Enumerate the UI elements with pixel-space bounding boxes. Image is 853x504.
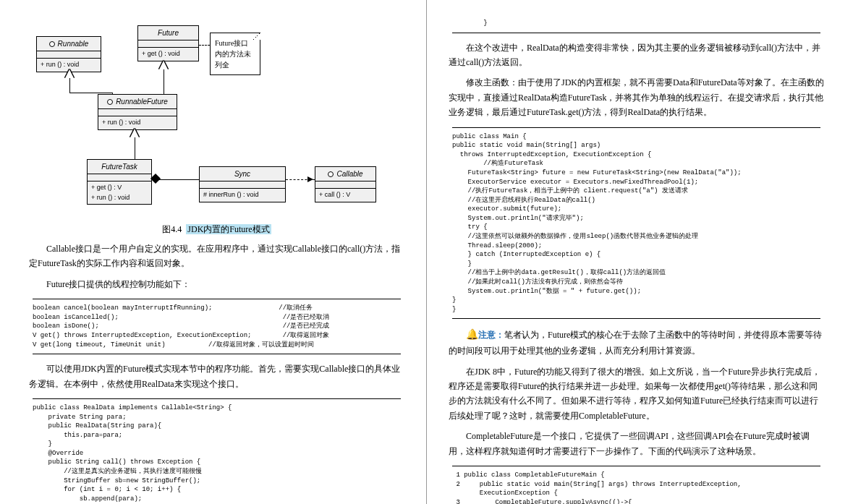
para-main: 修改主函数：由于使用了JDK的内置框架，就不再需要Data和FutureData… — [449, 75, 824, 119]
callable-op: + call () : V — [315, 189, 375, 202]
diamond — [150, 174, 161, 184]
fig-num: 图4.4 — [162, 224, 182, 234]
future-op: + get () : void — [138, 48, 198, 61]
uml-diagram: Runnable + run () : void Future + get ()… — [29, 14, 404, 217]
bell-icon: 🔔 — [466, 329, 478, 340]
note-label: 注意： — [478, 330, 504, 340]
para-callable: Callable接口是一个用户自定义的实现。在应用程序中，通过实现Callabl… — [29, 242, 404, 271]
code-completable: 1 public class CompletableFutureMain { 2… — [452, 466, 820, 504]
sync-op: # innerRun () : void — [200, 189, 285, 202]
para-realdata: 可以使用JDK内置的Future模式实现本节中的程序功能。首先，需要实现Call… — [29, 362, 404, 391]
code-realdata: public class RealData implements Callabl… — [33, 398, 401, 504]
futuretask-op1: + get () : V — [91, 183, 148, 193]
para-future-intro: Future接口提供的线程控制功能如下： — [29, 277, 404, 291]
uml-box-runnablefuture: RunnableFuture + run () : void — [98, 94, 177, 130]
inherit-arrow — [65, 69, 74, 78]
note-para: 🔔注意：笔者认为，Future模式的核心在于去除了主函数中的等待时间，并使得原本… — [449, 326, 824, 358]
fig-title: JDK内置的Future模式 — [186, 224, 271, 234]
para-completable: CompletableFuture是一个接口，它提供了一些回调API，这些回调A… — [449, 429, 824, 458]
future-title: Future — [138, 26, 198, 40]
futuretask-title: FutureTask — [88, 160, 151, 174]
runnablefuture-op: + run () : void — [98, 116, 177, 129]
callable-title: Callable — [336, 170, 362, 178]
dep-arrow — [307, 176, 313, 182]
runnablefuture-title: RunnableFuture — [116, 98, 168, 106]
runnable-title: Runnable — [58, 40, 89, 48]
futuretask-op2: + run () : void — [91, 193, 148, 203]
uml-box-runnable: Runnable + run () : void — [36, 36, 101, 72]
right-page: } 在这个改进中，RealData的构造变得非常快，因为其主要的业务逻辑被移动到… — [427, 0, 853, 504]
note-connector — [199, 45, 210, 46]
code-future-api: boolean cancel(boolean mayInterruptIfRun… — [33, 299, 401, 354]
code-main: public class Main { public static void m… — [452, 127, 820, 320]
para-improve: 在这个改进中，RealData的构造变得非常快，因为其主要的业务逻辑被移动到ca… — [449, 40, 824, 70]
note-text: 笔者认为，Future模式的核心在于去除了主函数中的等待时间，并使得原本需要等待… — [449, 330, 822, 356]
uml-note: Future接口内的方法未列全 — [210, 33, 260, 75]
uml-box-future: Future + get () : void — [137, 25, 199, 61]
sync-title: Sync — [200, 167, 285, 181]
para-jdk8: 在JDK 8中，Future的功能又得到了很大的增强。如上文所说，当一个Futu… — [449, 364, 824, 424]
code-tail: } — [452, 14, 820, 33]
left-page: Runnable + run () : void Future + get ()… — [0, 0, 426, 504]
uml-box-futuretask: FutureTask + get () : V+ run () : void — [87, 159, 152, 205]
figure-caption: 图4.4 JDK内置的Future模式 — [29, 223, 404, 236]
uml-box-callable: Callable + call () : V — [315, 166, 376, 202]
uml-box-sync: Sync # innerRun () : void — [199, 166, 286, 202]
inherit-arrow — [159, 61, 168, 69]
inherit-arrow — [130, 129, 139, 137]
